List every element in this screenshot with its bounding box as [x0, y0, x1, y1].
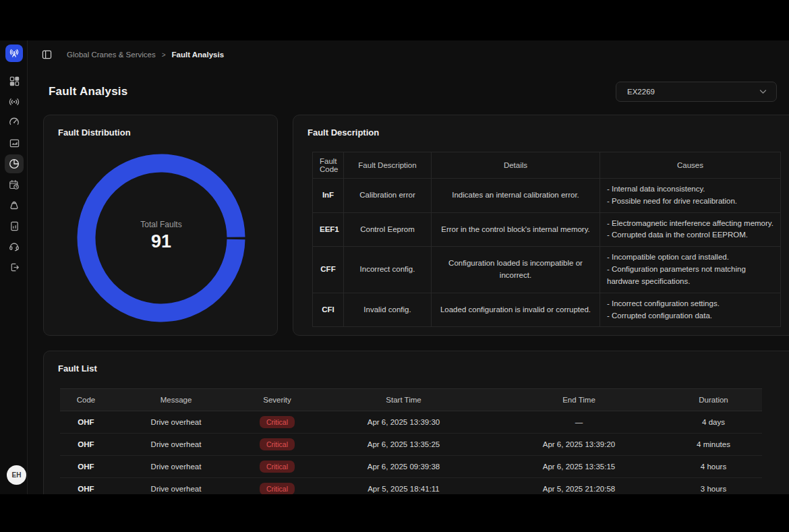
fault-details: Error in the control block's internal me…	[432, 212, 600, 247]
fault-name: Incorrect config.	[344, 247, 432, 293]
dashboard-icon	[9, 76, 20, 86]
sidebar-item-fault-analysis[interactable]	[5, 154, 24, 173]
fault-code: OHF	[60, 478, 112, 495]
fault-code: CFF	[313, 247, 344, 293]
fault-duration: 3 hours	[665, 478, 762, 495]
fault-code: EEF1	[313, 212, 344, 247]
fault-row[interactable]: OHF Drive overheat Critical Apr 6, 2025 …	[60, 434, 762, 456]
col-start-time: Start Time	[314, 389, 493, 411]
fault-name: Invalid config.	[344, 293, 432, 327]
col-details: Details	[432, 152, 600, 179]
breadcrumb-current: Fault Analysis	[172, 51, 225, 59]
fault-message: Drive overheat	[112, 456, 240, 478]
severity-badge: Critical	[260, 438, 295, 450]
fault-distribution-donut-chart[interactable]: Total Faults 91	[74, 150, 249, 326]
fault-details: Configuration loaded is incompatible or …	[432, 247, 600, 293]
table-header-row: Fault Code Fault Description Details Cau…	[313, 152, 781, 179]
headset-icon	[9, 241, 20, 252]
sidebar-toggle-icon[interactable]	[42, 50, 52, 59]
col-fault-description: Fault Description	[344, 152, 432, 179]
table-row: InF Calibration error Indicates an inter…	[313, 179, 781, 213]
severity-badge: Critical	[260, 416, 295, 428]
total-faults-value: 91	[74, 231, 249, 252]
fault-list-title: Fault List	[58, 363, 97, 374]
breadcrumb-separator: >	[162, 51, 166, 59]
col-severity: Severity	[240, 389, 314, 411]
fault-row[interactable]: OHF Drive overheat Critical Apr 5, 2025 …	[60, 478, 762, 495]
fault-start-time: Apr 6, 2025 09:39:38	[314, 456, 493, 478]
document-icon	[9, 221, 20, 231]
fault-end-time: —	[493, 411, 665, 434]
breadcrumb: Global Cranes & Services > Fault Analysi…	[42, 49, 224, 61]
fault-code: OHF	[60, 411, 112, 434]
chevron-down-icon	[759, 89, 767, 94]
sidebar-item-logout[interactable]	[5, 258, 24, 276]
fault-code: CFI	[313, 293, 344, 327]
calendar-clock-icon	[9, 179, 20, 190]
device-selector[interactable]: EX2269	[616, 82, 777, 102]
sidebar: EH	[0, 40, 28, 494]
fault-message: Drive overheat	[112, 478, 240, 495]
sidebar-item-broadcast[interactable]	[5, 92, 24, 111]
fault-list-card: Fault List Code Message Severity Start T…	[43, 351, 789, 494]
col-duration: Duration	[665, 389, 762, 411]
fault-code: OHF	[60, 434, 112, 456]
fault-description-title: Fault Description	[308, 127, 379, 138]
fault-end-time: Apr 6, 2025 13:39:20	[493, 434, 665, 456]
fault-end-time: Apr 5, 2025 21:20:58	[493, 478, 665, 495]
fault-description-card: Fault Description Fault Code Fault Descr…	[293, 115, 789, 336]
broadcast-icon	[9, 96, 20, 107]
fault-message: Drive overheat	[112, 411, 240, 434]
sidebar-item-gauge[interactable]	[5, 113, 24, 131]
fault-start-time: Apr 5, 2025 18:41:11	[314, 478, 493, 495]
fault-causes: - Incorrect configuration settings. - Co…	[600, 293, 781, 327]
fault-start-time: Apr 6, 2025 13:35:25	[314, 434, 493, 456]
fault-row[interactable]: OHF Drive overheat Critical Apr 6, 2025 …	[60, 411, 762, 434]
fault-code: OHF	[60, 456, 112, 478]
col-end-time: End Time	[493, 389, 665, 411]
fault-message: Drive overheat	[112, 434, 240, 456]
table-row: CFF Incorrect config. Configuration load…	[313, 247, 781, 293]
fault-causes: - Internal data inconsistency. - Possibl…	[600, 179, 781, 213]
app-window: EH Global Cranes & Services > Fault Anal…	[0, 40, 789, 494]
fault-causes: - Electromagnetic interference affecting…	[600, 212, 781, 247]
device-selector-value: EX2269	[627, 88, 759, 96]
col-fault-code: Fault Code	[313, 152, 344, 179]
fault-duration: 4 hours	[665, 456, 762, 478]
area-chart-icon	[9, 138, 20, 148]
donut-center-text: Total Faults 91	[74, 220, 249, 252]
sidebar-item-schedule[interactable]	[5, 175, 24, 194]
severity-badge: Critical	[260, 483, 295, 494]
col-message: Message	[112, 389, 240, 411]
app-logo[interactable]	[5, 45, 23, 62]
fault-row[interactable]: OHF Drive overheat Critical Apr 6, 2025 …	[60, 456, 762, 478]
total-faults-label: Total Faults	[74, 220, 249, 229]
weight-icon	[9, 200, 20, 210]
sidebar-item-load-weight[interactable]	[5, 196, 24, 214]
sidebar-item-dashboard[interactable]	[5, 71, 24, 90]
sidebar-item-area-chart[interactable]	[5, 134, 24, 152]
severity-badge: Critical	[260, 461, 295, 473]
fault-code: InF	[313, 179, 344, 213]
fault-distribution-title: Fault Distribution	[58, 127, 131, 138]
user-avatar[interactable]: EH	[7, 465, 26, 485]
fault-distribution-card: Fault Distribution Total Faults 91	[43, 115, 278, 336]
logout-icon	[9, 262, 20, 272]
page-title: Fault Analysis	[49, 85, 127, 98]
main-content: Global Cranes & Services > Fault Analysi…	[28, 40, 789, 494]
fault-description-table: Fault Code Fault Description Details Cau…	[312, 152, 781, 327]
breadcrumb-root[interactable]: Global Cranes & Services	[67, 51, 156, 59]
fault-causes: - Incompatible option card installed. - …	[600, 247, 781, 293]
sidebar-item-reports[interactable]	[5, 216, 24, 235]
pie-chart-icon	[9, 158, 20, 169]
fault-details: Loaded configuration is invalid or corru…	[432, 293, 600, 327]
col-code: Code	[60, 389, 112, 411]
fault-list-table: Code Message Severity Start Time End Tim…	[60, 388, 762, 494]
fault-duration: 4 days	[665, 411, 762, 434]
sidebar-item-support[interactable]	[5, 237, 24, 256]
table-row: EEF1 Control Eeprom Error in the control…	[313, 212, 781, 247]
fault-start-time: Apr 6, 2025 13:39:30	[314, 411, 493, 434]
fault-name: Control Eeprom	[344, 212, 432, 247]
table-row: CFI Invalid config. Loaded configuration…	[313, 293, 781, 327]
table-header-row: Code Message Severity Start Time End Tim…	[60, 389, 762, 411]
